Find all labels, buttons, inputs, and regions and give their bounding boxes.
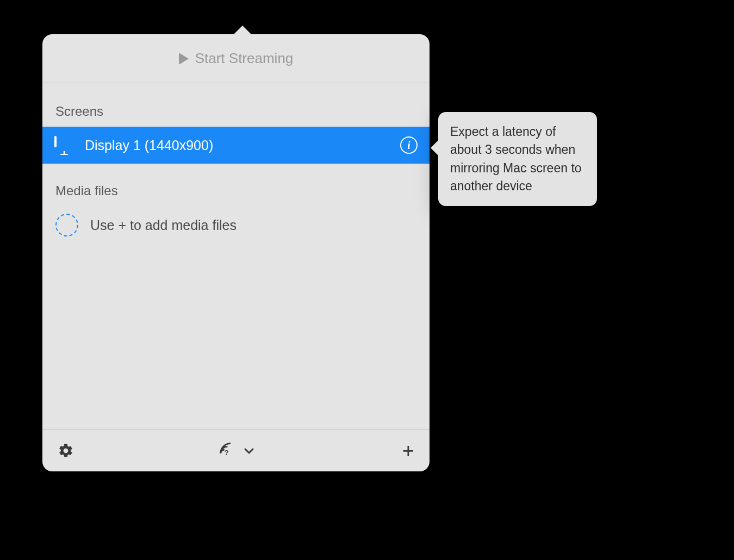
cast-icon: ? [217, 440, 236, 461]
streaming-popover: Start Streaming Screens Display 1 (1440x… [42, 34, 430, 471]
monitor-icon [54, 137, 74, 153]
dashed-circle-icon [55, 214, 78, 237]
screens-section-label: Screens [42, 104, 430, 127]
add-media-button[interactable]: + [402, 440, 414, 461]
start-streaming-label: Start Streaming [195, 50, 294, 67]
gear-icon [58, 443, 74, 459]
start-streaming-button[interactable]: Start Streaming [42, 34, 430, 83]
settings-button[interactable] [58, 443, 74, 459]
info-tooltip: Expect a latency of about 3 seconds when… [438, 112, 597, 206]
info-icon[interactable]: i [400, 136, 418, 154]
cast-target-selector[interactable]: ? [217, 440, 254, 461]
media-empty-hint-row: Use + to add media files [42, 214, 430, 237]
content-area: Screens Display 1 (1440x900) i Media fil… [42, 83, 430, 429]
play-icon [179, 53, 189, 65]
tooltip-text: Expect a latency of about 3 seconds when… [450, 125, 582, 193]
media-empty-hint-label: Use + to add media files [90, 217, 237, 233]
footer-toolbar: ? + [42, 429, 430, 471]
screen-item-label: Display 1 (1440x900) [85, 138, 389, 153]
media-files-section-label: Media files [42, 183, 430, 206]
screen-item-display-1[interactable]: Display 1 (1440x900) i [42, 127, 430, 164]
svg-text:?: ? [225, 448, 229, 456]
chevron-down-icon [244, 447, 254, 455]
